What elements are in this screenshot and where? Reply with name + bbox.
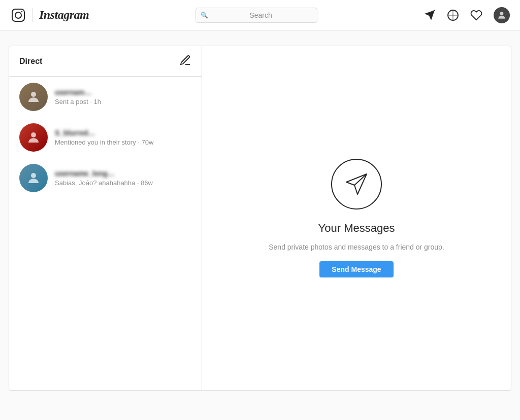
conv-avatar-3 bbox=[19, 164, 48, 192]
header-center: 🔍 bbox=[89, 8, 424, 23]
header-right bbox=[424, 7, 510, 23]
svg-point-2 bbox=[21, 11, 22, 12]
conv-avatar-2 bbox=[19, 123, 48, 152]
search-icon: 🔍 bbox=[201, 12, 208, 19]
profile-avatar[interactable] bbox=[494, 7, 510, 23]
conv-username-2: S_blurred_name bbox=[55, 129, 95, 137]
svg-point-11 bbox=[31, 173, 36, 178]
conv-username-1: username_one_blurred bbox=[55, 88, 95, 96]
conv-preview-1: Sent a post · 1h bbox=[55, 98, 191, 106]
svg-rect-0 bbox=[12, 9, 24, 21]
conversation-item[interactable]: username_long_blurred Sabias, João? ahah… bbox=[9, 158, 202, 198]
conv-info-1: username_one_blurred Sent a post · 1h bbox=[55, 88, 191, 106]
svg-marker-4 bbox=[425, 10, 435, 20]
svg-point-8 bbox=[500, 12, 504, 15]
instagram-wordmark: Instagram bbox=[39, 8, 89, 22]
svg-point-9 bbox=[31, 92, 36, 97]
content-card: Direct bbox=[9, 46, 511, 391]
main-header: Instagram 🔍 bbox=[0, 0, 520, 30]
direct-panel-header: Direct bbox=[9, 46, 202, 77]
messages-title: Your Messages bbox=[318, 222, 395, 235]
conv-preview-2: Mentioned you in their story · 70w bbox=[55, 138, 191, 146]
svg-line-13 bbox=[354, 174, 367, 185]
header-divider bbox=[32, 8, 33, 22]
conv-username-3: username_long_blurred bbox=[55, 169, 116, 178]
messages-subtitle: Send private photos and messages to a fr… bbox=[269, 243, 444, 251]
heart-nav-icon[interactable] bbox=[470, 9, 482, 21]
conv-info-2: S_blurred_name Mentioned you in their st… bbox=[55, 129, 191, 146]
conversations-list: username_one_blurred Sent a post · 1h S_… bbox=[9, 77, 202, 390]
messages-panel: Your Messages Send private photos and me… bbox=[202, 46, 511, 390]
conv-avatar-1 bbox=[19, 83, 48, 111]
conv-info-3: username_long_blurred Sabias, João? ahah… bbox=[55, 169, 191, 187]
compose-button[interactable] bbox=[179, 54, 191, 68]
conv-preview-3: Sabias, João? ahahahahha · 86w bbox=[55, 179, 191, 187]
direct-panel: Direct bbox=[9, 46, 202, 390]
send-message-button[interactable]: Send Message bbox=[319, 261, 393, 277]
search-input[interactable] bbox=[196, 8, 317, 23]
paper-plane-icon bbox=[331, 159, 382, 209]
svg-point-10 bbox=[31, 132, 36, 137]
conversation-item[interactable]: S_blurred_name Mentioned you in their st… bbox=[9, 117, 202, 158]
header-left: Instagram bbox=[10, 7, 89, 23]
instagram-logo-icon bbox=[10, 7, 26, 23]
direct-nav-icon[interactable] bbox=[424, 9, 436, 21]
explore-nav-icon[interactable] bbox=[447, 9, 459, 21]
svg-point-1 bbox=[15, 12, 21, 18]
main-content: Direct bbox=[0, 30, 520, 406]
conversation-item[interactable]: username_one_blurred Sent a post · 1h bbox=[9, 77, 202, 117]
search-wrapper: 🔍 bbox=[196, 8, 317, 23]
direct-title: Direct bbox=[19, 57, 42, 66]
